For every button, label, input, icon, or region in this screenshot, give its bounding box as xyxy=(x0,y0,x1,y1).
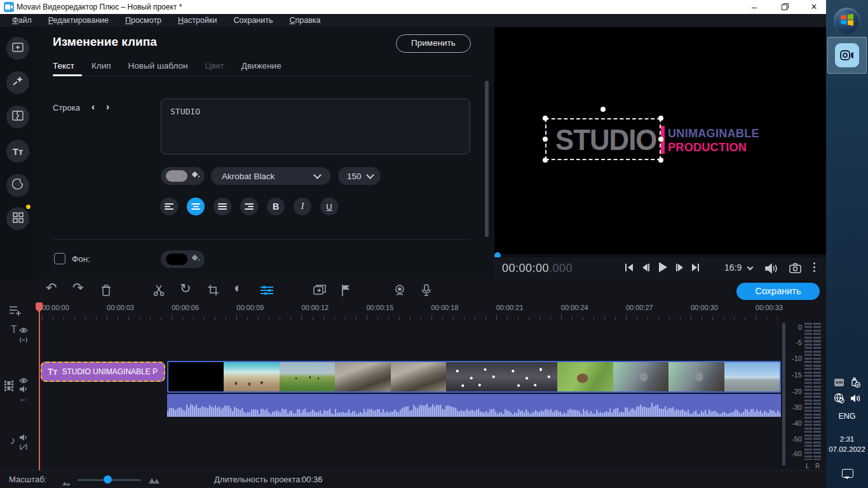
titles-button[interactable]: Tт xyxy=(6,140,29,163)
previous-line-button[interactable]: ‹ xyxy=(92,101,95,112)
snapshot-button[interactable] xyxy=(789,263,801,276)
color-adjust-button[interactable]: ◐ xyxy=(234,281,242,295)
timecode-main: 00:00:00 xyxy=(502,262,549,274)
video-track-back-arrow[interactable]: ← xyxy=(19,391,28,405)
vmware-tray-icon[interactable]: vm xyxy=(834,379,844,386)
menu-file[interactable]: Файл xyxy=(4,16,40,25)
timeline-ruler[interactable]: 00:00:0000:00:0300:00:0600:00:0900:00:12… xyxy=(0,302,788,321)
menu-edit[interactable]: Редактирование xyxy=(40,16,117,25)
ruler-tick xyxy=(475,317,475,320)
resize-handle-w[interactable] xyxy=(543,137,548,142)
next-line-button[interactable]: › xyxy=(106,101,109,112)
rotate-button[interactable]: ↻ xyxy=(180,281,191,295)
apply-button[interactable]: Применить xyxy=(396,34,471,53)
aspect-ratio-dropdown[interactable]: 16:9 xyxy=(724,262,752,273)
panel-scrollbar[interactable] xyxy=(485,81,489,237)
resize-handle-e[interactable] xyxy=(658,137,663,142)
menu-settings[interactable]: Настройки xyxy=(170,16,225,25)
volume-button[interactable] xyxy=(764,263,778,276)
cut-button[interactable] xyxy=(153,284,165,299)
chevron-down-icon xyxy=(313,171,322,179)
more-options-button[interactable] xyxy=(813,262,815,264)
restore-button[interactable] xyxy=(774,0,796,14)
undo-button[interactable]: ↶ xyxy=(46,281,57,295)
volume-tray-icon[interactable] xyxy=(850,394,862,405)
clip-properties-button[interactable] xyxy=(260,284,274,299)
import-media-button[interactable] xyxy=(6,37,29,60)
zoom-out-icon[interactable] xyxy=(62,477,71,488)
webcam-capture-button[interactable] xyxy=(393,284,406,299)
resize-handle-nw[interactable] xyxy=(543,116,548,121)
safely-remove-tray-icon[interactable] xyxy=(850,377,860,390)
menu-view[interactable]: Просмотр xyxy=(117,16,170,25)
text-selection-box[interactable] xyxy=(545,118,661,160)
record-audio-button[interactable] xyxy=(421,284,431,300)
zoom-in-icon[interactable] xyxy=(149,475,160,486)
meter-db-label: 0 xyxy=(788,323,802,331)
title-text-input[interactable]: STUDIO xyxy=(161,98,470,154)
filters-button[interactable] xyxy=(6,71,29,94)
tab-color[interactable]: Цвет xyxy=(205,61,224,71)
transition-wizard-button[interactable] xyxy=(313,284,326,298)
previous-frame-button[interactable] xyxy=(640,262,651,275)
align-left-button[interactable] xyxy=(160,198,178,215)
start-button[interactable] xyxy=(834,8,860,34)
zoom-slider-thumb[interactable] xyxy=(104,475,112,484)
italic-button[interactable]: I xyxy=(294,198,311,215)
menu-help[interactable]: Справка xyxy=(281,16,329,25)
background-checkbox[interactable] xyxy=(54,253,65,264)
align-justify-button[interactable] xyxy=(214,198,231,215)
linked-audio-clip[interactable] xyxy=(167,394,781,417)
clock-time[interactable]: 2:31 xyxy=(826,435,868,443)
language-indicator[interactable]: ENG xyxy=(826,412,868,421)
taskbar-app-movavi[interactable] xyxy=(827,37,867,74)
notification-center-icon[interactable] xyxy=(842,469,853,478)
export-save-button[interactable]: Сохранить xyxy=(736,283,820,300)
network-status-tray-icon[interactable] xyxy=(834,393,844,406)
ruler-label: 00:00:15 xyxy=(367,304,394,311)
title-clip[interactable]: Tт STUDIO UNIMAGINABLE P xyxy=(41,362,165,382)
skip-to-start-button[interactable] xyxy=(623,262,635,275)
marker-flag-button[interactable] xyxy=(341,284,351,299)
title-track-link-toggle[interactable] xyxy=(19,334,28,346)
meter-channel-label: L xyxy=(806,463,810,470)
video-thumbnail-marmot xyxy=(557,362,613,391)
align-center-button[interactable] xyxy=(187,198,205,215)
stickers-button[interactable] xyxy=(6,174,29,197)
background-color-button[interactable] xyxy=(161,250,205,268)
resize-handle-sw[interactable] xyxy=(543,158,548,163)
italic-icon: I xyxy=(301,201,304,212)
audio-level-meter: 0-5-10-15-20-30-40-50-60LR xyxy=(788,321,826,470)
transitions-button[interactable] xyxy=(6,105,29,128)
close-button[interactable]: × xyxy=(803,0,825,14)
tab-new-template[interactable]: Новый шаблон xyxy=(128,61,188,71)
audio-track-unlink-toggle[interactable] xyxy=(19,442,28,453)
align-right-button[interactable] xyxy=(240,198,258,215)
more-tools-button[interactable] xyxy=(6,207,29,230)
tab-motion[interactable]: Движение xyxy=(241,61,281,71)
next-frame-button[interactable] xyxy=(674,262,686,275)
play-button[interactable] xyxy=(656,261,669,276)
font-family-dropdown[interactable]: Akrobat Black xyxy=(211,167,330,185)
meter-db-label: -15 xyxy=(788,371,802,379)
timeline-scrollbar[interactable] xyxy=(782,323,785,466)
underline-button[interactable]: U xyxy=(320,198,338,215)
font-color-button[interactable] xyxy=(161,167,205,185)
tab-text[interactable]: Текст xyxy=(53,61,74,71)
minimize-button[interactable]: – xyxy=(743,0,765,14)
skip-to-end-button[interactable] xyxy=(690,262,702,275)
rotate-handle[interactable] xyxy=(600,107,606,112)
menu-save[interactable]: Сохранить xyxy=(225,16,281,25)
tab-clip[interactable]: Клип xyxy=(92,61,111,71)
delete-button[interactable] xyxy=(100,284,112,299)
crop-button[interactable] xyxy=(207,284,219,299)
redo-button[interactable]: ↷ xyxy=(72,281,84,295)
video-clip[interactable] xyxy=(167,361,781,393)
resize-handle-se[interactable] xyxy=(658,158,663,163)
bold-button[interactable]: B xyxy=(267,198,285,215)
title-bar: Movavi Видеоредактор Плюс – Новый проект… xyxy=(0,0,826,14)
clock-date[interactable]: 07.02.2022 xyxy=(826,445,868,453)
resize-handle-ne[interactable] xyxy=(658,116,663,121)
playhead-line xyxy=(39,303,40,470)
font-size-dropdown[interactable]: 150 xyxy=(338,167,381,185)
